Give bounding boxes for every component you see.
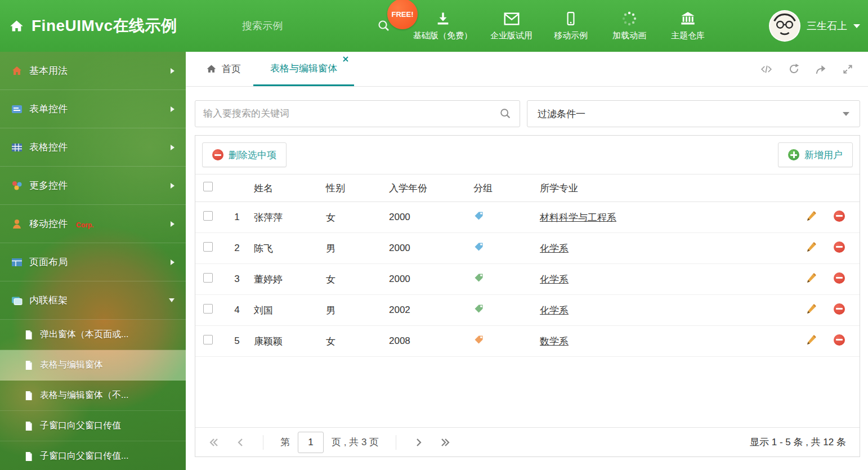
delete-row-icon[interactable] xyxy=(834,303,845,315)
chevron-right-icon xyxy=(171,183,175,189)
nav-item-theme-repo[interactable]: 主题仓库 xyxy=(659,11,717,41)
table-empty-area xyxy=(195,357,860,427)
table-row: 1 张萍萍 女 2000 材料科学与工程系 xyxy=(195,202,860,233)
cell-gender: 女 xyxy=(321,273,384,286)
row-checkbox[interactable] xyxy=(203,335,213,344)
cell-year: 2000 xyxy=(384,212,469,223)
major-link[interactable]: 化学系 xyxy=(540,305,569,316)
delete-selected-button[interactable]: 删除选中项 xyxy=(202,142,287,167)
home-icon xyxy=(206,64,217,74)
row-checkbox[interactable] xyxy=(203,273,213,283)
sidebar-item-more-controls[interactable]: 更多控件 xyxy=(0,167,186,205)
expand-icon[interactable] xyxy=(842,64,853,75)
search-icon[interactable] xyxy=(499,108,512,120)
cell-name: 刘国 xyxy=(249,304,321,317)
grid-toolbar: 删除选中项 新增用户 xyxy=(195,136,860,174)
column-header-gender[interactable]: 性别 xyxy=(321,182,384,195)
prev-page-icon[interactable] xyxy=(236,437,246,447)
app-title: FineUIMvc在线示例 xyxy=(32,15,177,37)
tag-icon xyxy=(473,211,484,221)
keyword-search-input[interactable] xyxy=(203,108,499,119)
refresh-icon[interactable] xyxy=(788,63,800,75)
sidebar-subitem-popup-window[interactable]: 弹出窗体（本页面或... xyxy=(0,320,186,350)
bank-icon xyxy=(680,11,696,26)
column-header-name[interactable]: 姓名 xyxy=(249,182,321,195)
form-icon xyxy=(11,104,23,115)
row-checkbox[interactable] xyxy=(203,211,213,221)
major-link[interactable]: 化学系 xyxy=(540,274,569,285)
nav-label: 加载动画 xyxy=(612,30,646,41)
sidebar-item-basic-usage[interactable]: 基本用法 xyxy=(0,52,186,90)
tab-grid-edit-window[interactable]: 表格与编辑窗体 xyxy=(253,52,354,86)
sidebar-item-form-controls[interactable]: 表单控件 xyxy=(0,90,186,128)
home-icon xyxy=(9,19,24,34)
column-header-major[interactable]: 所学专业 xyxy=(535,182,801,195)
row-checkbox[interactable] xyxy=(203,304,213,314)
select-all-checkbox[interactable] xyxy=(203,182,213,191)
edit-icon[interactable] xyxy=(806,211,817,222)
free-badge: FREE! xyxy=(387,0,418,29)
row-checkbox[interactable] xyxy=(203,242,213,252)
last-page-icon[interactable] xyxy=(440,437,450,447)
sidebar-subitem-child-to-parent-2[interactable]: 子窗口向父窗口传值... xyxy=(0,441,186,470)
edit-icon[interactable] xyxy=(806,272,817,284)
column-header-year[interactable]: 入学年份 xyxy=(384,182,469,195)
major-link[interactable]: 化学系 xyxy=(540,243,569,254)
sidebar-item-grid-controls[interactable]: 表格控件 xyxy=(0,128,186,167)
sidebar-item-mobile-controls[interactable]: 移动控件 Corp. xyxy=(0,205,186,243)
tab-home[interactable]: 首页 xyxy=(194,52,253,86)
column-header-group[interactable]: 分组 xyxy=(469,182,535,195)
nav-label: 企业版试用 xyxy=(490,30,533,41)
add-user-button[interactable]: 新增用户 xyxy=(778,142,853,167)
header-search-input[interactable] xyxy=(242,20,373,32)
major-link[interactable]: 数学系 xyxy=(540,336,569,347)
share-icon[interactable] xyxy=(815,64,827,75)
add-user-label: 新增用户 xyxy=(804,149,843,162)
brand[interactable]: FineUIMvc在线示例 xyxy=(9,0,177,52)
layout-icon xyxy=(11,257,23,268)
source-code-icon[interactable] xyxy=(760,64,773,75)
widgets-icon xyxy=(11,180,23,191)
delete-row-icon[interactable] xyxy=(834,241,845,253)
delete-row-icon[interactable] xyxy=(834,334,845,346)
sidebar-subitem-label: 子窗口向父窗口传值... xyxy=(40,450,128,462)
sidebar-subitem-child-to-parent[interactable]: 子窗口向父窗口传值 xyxy=(0,411,186,441)
cell-year: 2008 xyxy=(384,335,469,347)
next-page-icon[interactable] xyxy=(413,437,423,447)
filter-dropdown-value: 过滤条件一 xyxy=(538,108,585,120)
cell-name: 康颖颖 xyxy=(249,335,321,348)
minus-circle-icon xyxy=(212,149,223,160)
sidebar-item-page-layout[interactable]: 页面布局 xyxy=(0,243,186,281)
nav-item-loading-animations[interactable]: 加载动画 xyxy=(600,11,659,41)
user-menu[interactable]: 三生石上 xyxy=(769,0,860,52)
nav-label: 基础版（免费） xyxy=(413,30,472,41)
first-page-icon[interactable] xyxy=(209,437,219,447)
record-summary: 显示 1 - 5 条 , 共 12 条 xyxy=(750,436,846,449)
nav-item-enterprise-trial[interactable]: 企业版试用 xyxy=(481,11,542,41)
avatar xyxy=(769,10,800,42)
corp-badge: Corp. xyxy=(76,221,93,229)
edit-icon[interactable] xyxy=(806,303,817,315)
delete-row-icon[interactable] xyxy=(834,211,845,222)
cell-gender: 男 xyxy=(321,304,384,317)
tag-icon xyxy=(473,272,484,283)
chevron-right-icon xyxy=(171,259,175,265)
major-link[interactable]: 材料科学与工程系 xyxy=(540,212,616,223)
sidebar-subitem-grid-edit-window-2[interactable]: 表格与编辑窗体（不... xyxy=(0,381,186,411)
user-name: 三生石上 xyxy=(807,19,847,33)
delete-row-icon[interactable] xyxy=(834,272,845,284)
nav-item-mobile-demo[interactable]: 移动示例 xyxy=(542,11,600,41)
header-nav: 基础版（免费） 企业版试用 移动示例 加载动画 主题仓库 xyxy=(404,0,717,52)
edit-icon[interactable] xyxy=(806,334,817,346)
cell-name: 董婷婷 xyxy=(249,273,321,286)
sidebar-subitem-label: 表格与编辑窗体 xyxy=(40,359,103,371)
person-icon xyxy=(11,218,23,230)
sidebar-item-iframe[interactable]: 内联框架 xyxy=(0,281,186,320)
cell-name: 陈飞 xyxy=(249,242,321,255)
close-icon[interactable] xyxy=(343,56,348,62)
page-number-input[interactable] xyxy=(298,432,324,453)
table-row: 2 陈飞 男 2000 化学系 xyxy=(195,233,860,264)
sidebar-subitem-grid-edit-window[interactable]: 表格与编辑窗体 xyxy=(0,350,186,381)
edit-icon[interactable] xyxy=(806,241,817,253)
filter-dropdown[interactable]: 过滤条件一 xyxy=(527,100,860,127)
